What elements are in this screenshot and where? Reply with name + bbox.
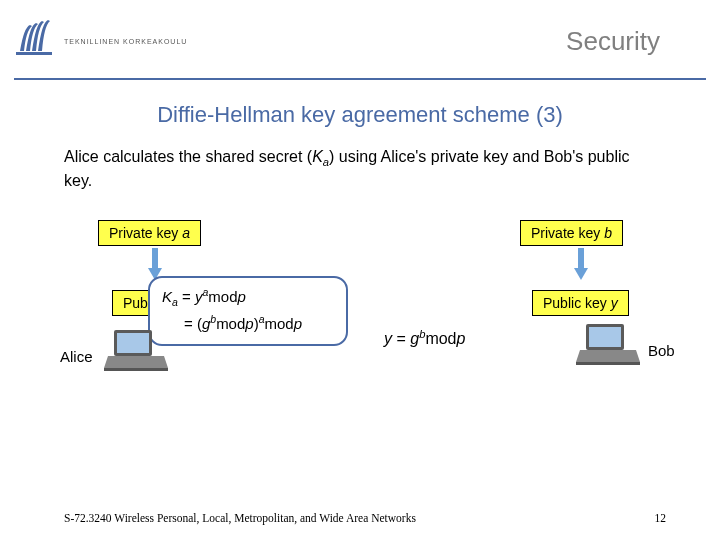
footer-course: S-72.3240 Wireless Personal, Local, Metr… [64,512,416,524]
body-text-pre: Alice calculates the shared secret ( [64,148,312,165]
header-title: Security [187,26,700,57]
slide-body: Alice calculates the shared secret (Ka) … [64,146,660,192]
bob-private-key-box: Private key b [520,220,623,246]
alice-label: Alice [60,348,93,365]
var: a [182,225,190,241]
svg-rect-10 [589,327,621,347]
var: y [611,295,618,311]
arrow-down-icon [574,248,588,280]
label: Public key [543,295,611,311]
svg-rect-12 [576,362,640,365]
org-name: TEKNILLINEN KORKEAKOULU [64,38,187,45]
slide-footer: S-72.3240 Wireless Personal, Local, Metr… [0,512,720,524]
svg-marker-4 [574,268,588,280]
svg-rect-1 [152,248,158,268]
var: b [604,225,612,241]
slide-header: TEKNILLINEN KORKEAKOULU Security [0,0,720,78]
svg-marker-11 [576,350,640,362]
y-equation: y = gbmodp [384,328,465,348]
svg-rect-3 [578,248,584,268]
formula-row-2: = (gbmodp)amodp [162,311,334,336]
body-k: K [312,148,323,165]
diagram: Private key a Pub Private key b Public k… [0,220,720,430]
bob-public-key-box: Public key y [532,290,629,316]
svg-rect-6 [117,333,149,353]
alice-private-key-box: Private key a [98,220,201,246]
ka-formula-callout: Ka = yamodp = (gbmodp)amodp [148,276,348,346]
laptop-icon [104,328,168,372]
bob-label: Bob [648,342,675,359]
org-logo-icon [14,19,58,63]
laptop-icon [576,322,640,366]
label: Private key [531,225,604,241]
label: Pub [123,295,148,311]
org-logo-block: TEKNILLINEN KORKEAKOULU [14,19,187,63]
svg-marker-7 [104,356,168,368]
label: Private key [109,225,182,241]
header-divider [14,78,706,80]
svg-rect-0 [16,52,52,55]
formula-row-1: Ka = yamodp [162,284,334,311]
slide-title: Diffie-Hellman key agreement scheme (3) [0,102,720,128]
page-number: 12 [655,512,667,524]
svg-rect-8 [104,368,168,371]
